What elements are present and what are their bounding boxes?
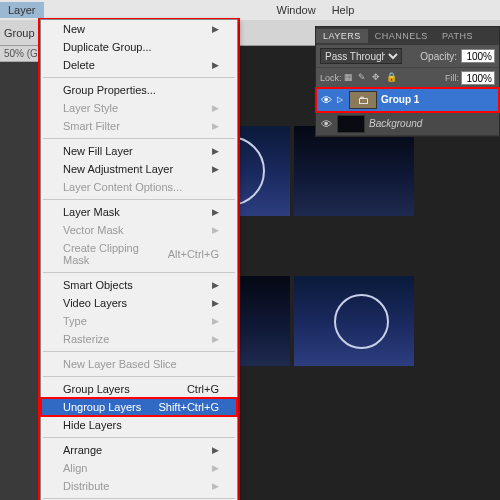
- image-thumb: [294, 126, 414, 216]
- menu-new-fill-layer[interactable]: New Fill Layer▶: [41, 142, 237, 160]
- menu-group-layers[interactable]: Group LayersCtrl+G: [41, 380, 237, 398]
- menu-window[interactable]: Window: [269, 2, 324, 18]
- fill-input[interactable]: [461, 71, 495, 85]
- menu-type: Type▶: [41, 312, 237, 330]
- tab-layers[interactable]: LAYERS: [316, 29, 368, 43]
- menu-rasterize: Rasterize▶: [41, 330, 237, 348]
- fill-label: Fill:: [445, 73, 459, 83]
- menu-vector-mask: Vector Mask▶: [41, 221, 237, 239]
- menu-align: Align▶: [41, 459, 237, 477]
- lock-all-icon[interactable]: 🔒: [386, 72, 398, 84]
- menu-delete[interactable]: Delete▶: [41, 56, 237, 74]
- menu-ungroup-layers[interactable]: Ungroup LayersShift+Ctrl+G: [41, 398, 237, 416]
- lock-transparent-icon[interactable]: ▦: [344, 72, 356, 84]
- layer-menu-dropdown: New▶ Duplicate Group... Delete▶ Group Pr…: [40, 19, 238, 500]
- menu-layer-content-options: Layer Content Options...: [41, 178, 237, 196]
- menu-video-layers[interactable]: Video Layers▶: [41, 294, 237, 312]
- layer-name[interactable]: Background: [369, 118, 422, 129]
- lock-position-icon[interactable]: ✥: [372, 72, 384, 84]
- tab-channels[interactable]: CHANNELS: [368, 29, 435, 43]
- layers-panel: LAYERS CHANNELS PATHS Pass Through Opaci…: [315, 26, 500, 137]
- menu-new-adjustment-layer[interactable]: New Adjustment Layer▶: [41, 160, 237, 178]
- layer-group-1[interactable]: 👁 ▷ 🗀 Group 1: [316, 88, 499, 112]
- menubar: Layer Window Help: [0, 0, 500, 20]
- opacity-input[interactable]: [461, 49, 495, 63]
- menu-layer-mask[interactable]: Layer Mask▶: [41, 203, 237, 221]
- layer-name[interactable]: Group 1: [381, 94, 419, 105]
- lock-pixels-icon[interactable]: ✎: [358, 72, 370, 84]
- menu-hide-layers[interactable]: Hide Layers: [41, 416, 237, 434]
- menu-create-clipping-mask: Create Clipping MaskAlt+Ctrl+G: [41, 239, 237, 269]
- blend-mode-select[interactable]: Pass Through: [320, 48, 402, 64]
- menu-layer[interactable]: Layer: [0, 2, 44, 18]
- folder-icon: 🗀: [349, 91, 377, 109]
- menu-new-layer-based-slice: New Layer Based Slice: [41, 355, 237, 373]
- layer-thumb: [337, 115, 365, 133]
- visibility-icon[interactable]: 👁: [319, 118, 333, 130]
- menu-duplicate-group[interactable]: Duplicate Group...: [41, 38, 237, 56]
- menu-new[interactable]: New▶: [41, 20, 237, 38]
- lock-label: Lock:: [320, 73, 342, 83]
- tab-paths[interactable]: PATHS: [435, 29, 480, 43]
- image-thumb: [294, 276, 414, 366]
- chevron-right-icon[interactable]: ▷: [337, 95, 343, 104]
- menu-layer-style: Layer Style▶: [41, 99, 237, 117]
- group-label: Group: [4, 27, 35, 39]
- opacity-label: Opacity:: [420, 51, 457, 62]
- menu-arrange[interactable]: Arrange▶: [41, 441, 237, 459]
- visibility-icon[interactable]: 👁: [319, 94, 333, 106]
- menu-distribute: Distribute▶: [41, 477, 237, 495]
- menu-group-properties[interactable]: Group Properties...: [41, 81, 237, 99]
- menu-smart-objects[interactable]: Smart Objects▶: [41, 276, 237, 294]
- layer-background[interactable]: 👁 Background: [316, 112, 499, 136]
- menu-help[interactable]: Help: [324, 2, 363, 18]
- menu-smart-filter: Smart Filter▶: [41, 117, 237, 135]
